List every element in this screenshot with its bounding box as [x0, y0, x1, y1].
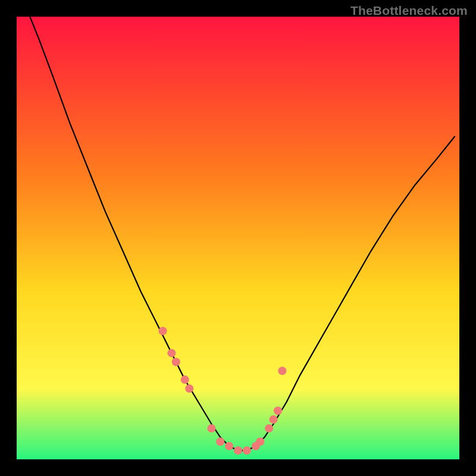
curve-marker [270, 415, 278, 424]
chart-stage: TheBottleneck.com [0, 0, 476, 476]
curve-marker [234, 446, 242, 455]
curve-marker [167, 349, 176, 357]
curve-marker [207, 424, 215, 433]
curve-marker [181, 375, 189, 384]
bottleneck-chart [0, 0, 476, 476]
curve-marker [225, 442, 233, 450]
curve-marker [159, 327, 167, 335]
curve-marker [243, 446, 251, 455]
curve-marker [265, 424, 273, 433]
curve-marker [172, 358, 180, 366]
curve-marker [256, 437, 264, 446]
curve-marker [274, 406, 282, 415]
curve-marker [278, 367, 286, 375]
curve-marker [185, 384, 193, 393]
curve-marker [216, 437, 224, 446]
plot-area [17, 17, 459, 459]
watermark-text: TheBottleneck.com [350, 4, 468, 18]
